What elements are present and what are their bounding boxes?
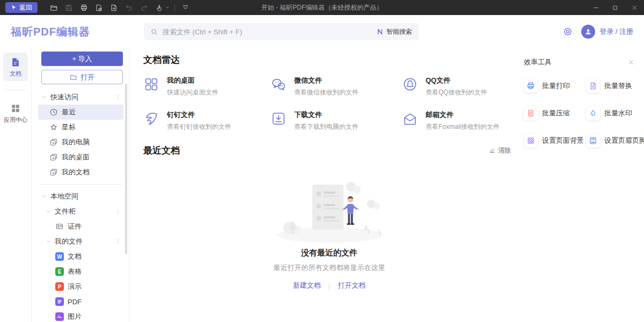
nav-item-recent[interactable]: 最近 xyxy=(38,105,123,120)
page-background-icon xyxy=(524,134,538,148)
back-button[interactable]: 返回 xyxy=(5,2,38,13)
hand-tool-caret-icon[interactable] xyxy=(164,2,171,13)
search-bar[interactable]: 智能搜索 xyxy=(144,23,419,40)
settings-gear-icon[interactable] xyxy=(563,27,573,36)
tool-page-background[interactable]: 设置页面背景 xyxy=(524,134,584,148)
desktop-icon xyxy=(49,153,58,162)
computer-icon xyxy=(49,138,58,147)
nav-item-my-desktop[interactable]: 我的桌面 xyxy=(38,150,123,165)
radar-item-dingtalk[interactable]: 钉钉文件查看钉钉接收到的文件 xyxy=(143,110,270,131)
page-with-badge-icon[interactable] xyxy=(92,2,106,13)
nav-section-local-space[interactable]: 本地空间 xyxy=(38,189,123,204)
ai-search-button[interactable]: 智能搜索 xyxy=(376,27,412,36)
recent-section-header: 最近文档 清除 xyxy=(143,144,515,157)
close-tools-panel-button[interactable] xyxy=(628,59,634,65)
links-divider: | xyxy=(328,282,330,290)
tool-label: 批量水印 xyxy=(604,108,632,118)
printer-icon xyxy=(524,79,538,93)
nav-item-images[interactable]: 图片 xyxy=(38,309,123,322)
rail-item-documents[interactable]: 文档 xyxy=(3,53,28,81)
radar-item-my-desktop[interactable]: 我的桌面快速访问桌面文件 xyxy=(143,76,270,97)
more-options-icon[interactable] xyxy=(115,94,121,100)
import-button-label: + 导入 xyxy=(72,54,92,64)
nav-section-label: 快速访问 xyxy=(50,92,78,102)
rail-app-center-label: 应用中心 xyxy=(4,116,27,124)
nav-item-my-computer[interactable]: 我的电脑 xyxy=(38,135,123,150)
watermark-drop-icon xyxy=(586,106,600,120)
nav-item-word-docs[interactable]: W 文档 xyxy=(38,249,123,264)
nav-item-pdf[interactable]: PDF xyxy=(38,294,123,309)
more-options-icon[interactable] xyxy=(115,208,121,215)
tools-panel-title: 效率工具 xyxy=(524,57,552,67)
nav-item-starred[interactable]: 星标 xyxy=(38,120,123,135)
redo-icon[interactable] xyxy=(137,2,151,13)
radar-section-title: 文档雷达 xyxy=(143,54,515,66)
radar-item-qq[interactable]: QQ文件查看QQ接收到的文件 xyxy=(402,76,524,97)
empty-state-description: 最近打开的所有文档都将显示在这里 xyxy=(274,263,385,273)
tool-label: 批量打印 xyxy=(542,81,570,91)
login-register-link[interactable]: 登录 / 注册 xyxy=(599,27,633,36)
chevron-down-icon xyxy=(46,239,51,244)
print-icon[interactable] xyxy=(77,2,91,13)
tool-batch-watermark[interactable]: 批量水印 xyxy=(586,106,644,120)
new-document-link[interactable]: 新建文档 xyxy=(293,281,321,290)
avatar[interactable] xyxy=(581,25,595,39)
clear-recent-button[interactable]: 清除 xyxy=(489,146,511,155)
content: 文档 应用中心 + 导入 打开 快速访问 xyxy=(0,48,644,322)
nav-item-credentials[interactable]: 证件 xyxy=(38,219,123,234)
tools-grid: 批量打印 批量替换 批量压缩 批量水印 xyxy=(524,79,634,148)
rail-item-app-center[interactable]: 应用中心 xyxy=(3,99,28,127)
nav-item-label: 表格 xyxy=(68,267,82,276)
desktop-grid-icon xyxy=(143,76,159,92)
account-area[interactable]: 登录 / 注册 xyxy=(581,25,633,39)
search-icon xyxy=(150,28,158,36)
more-options-icon[interactable] xyxy=(115,238,121,245)
nav-item-label: 文档 xyxy=(68,252,82,261)
nav-item-label: 我的文档 xyxy=(62,167,90,177)
sidebar-scrollbar[interactable] xyxy=(125,84,127,254)
nav-item-sheets[interactable]: E 表格 xyxy=(38,264,123,279)
download-icon xyxy=(270,111,287,127)
tool-header-footer[interactable]: 设置页眉页脚 xyxy=(586,134,644,148)
eraser-icon xyxy=(489,147,496,154)
save-icon[interactable] xyxy=(62,2,76,13)
cursor-icon xyxy=(11,4,17,11)
app-name: 福昕PDF编辑器 xyxy=(11,25,90,39)
tool-batch-replace[interactable]: 批量替换 xyxy=(586,79,644,93)
radar-item-desc: 查看QQ接收到的文件 xyxy=(426,88,487,97)
header-footer-icon xyxy=(586,134,600,148)
radar-item-title: 钉钉文件 xyxy=(167,110,231,120)
search-input[interactable] xyxy=(163,28,372,36)
nav-section-my-files[interactable]: 我的文件 xyxy=(38,234,123,249)
radar-item-title: QQ文件 xyxy=(426,76,487,85)
undo-icon[interactable] xyxy=(122,2,136,13)
open-file-icon[interactable] xyxy=(47,2,61,13)
radar-item-mailbox[interactable]: 邮箱文件查看Foxmail接收到的文件 xyxy=(402,110,524,131)
presentation-icon: P xyxy=(55,282,64,291)
left-rail: 文档 应用中心 xyxy=(0,48,32,322)
minimize-button[interactable] xyxy=(586,0,605,15)
import-button[interactable]: + 导入 xyxy=(41,52,123,66)
new-document-icon[interactable] xyxy=(107,2,121,13)
chevron-down-icon xyxy=(41,194,47,199)
open-document-link[interactable]: 打开文档 xyxy=(338,281,365,290)
radar-grid: 我的桌面快速访问桌面文件 微信文件查看微信接收到的文件 QQ文件查看QQ接收到的… xyxy=(143,76,515,131)
nav-item-my-documents[interactable]: 我的文档 xyxy=(38,165,123,180)
tool-batch-compress[interactable]: 批量压缩 xyxy=(524,106,584,120)
nav-section-file-cabinet[interactable]: 文件柜 xyxy=(38,204,123,219)
tool-batch-print[interactable]: 批量打印 xyxy=(524,79,584,93)
radar-item-wechat[interactable]: 微信文件查看微信接收到的文件 xyxy=(270,76,402,97)
maximize-button[interactable] xyxy=(605,0,625,15)
nav-item-presentations[interactable]: P 演示 xyxy=(38,279,123,294)
collapse-toolbar-icon[interactable] xyxy=(179,2,192,13)
nav-section-quick-access[interactable]: 快速访问 xyxy=(38,90,123,105)
titlebar: 返回 开始 - 福昕PDF编辑器（未经授权的产品） xyxy=(0,0,644,15)
radar-item-downloads[interactable]: 下载文件查看下载到电脑的文件 xyxy=(270,110,402,131)
compress-icon xyxy=(524,106,538,120)
ai-icon xyxy=(376,28,384,35)
nav-section-label: 我的文件 xyxy=(55,237,83,246)
close-button[interactable] xyxy=(625,0,644,15)
open-button[interactable]: 打开 xyxy=(41,70,123,84)
efficiency-tools-panel: 效率工具 批量打印 批量替换 批量 xyxy=(518,48,644,322)
mail-icon xyxy=(402,111,418,127)
